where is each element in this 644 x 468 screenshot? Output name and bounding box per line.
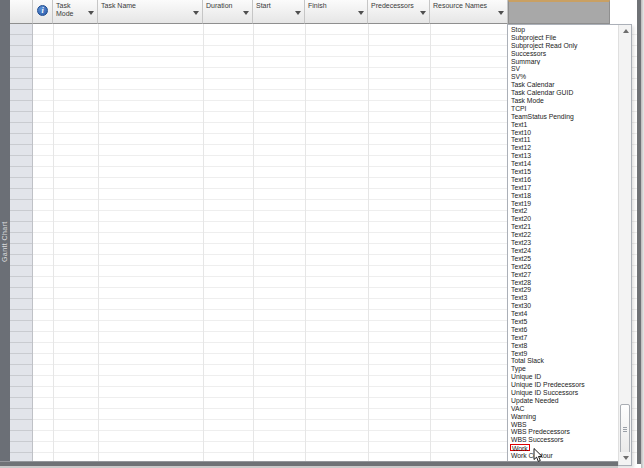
field-option[interactable]: Text1 — [508, 121, 618, 129]
chevron-down-icon[interactable] — [88, 11, 94, 15]
field-option[interactable]: Text9 — [508, 350, 618, 358]
view-label-strip[interactable]: Gantt Chart — [0, 0, 10, 461]
field-option[interactable]: Text16 — [508, 176, 618, 184]
field-option[interactable]: Task Calendar GUID — [508, 89, 618, 97]
field-option[interactable]: Text25 — [508, 255, 618, 263]
field-option-label: WBS — [511, 421, 526, 428]
field-option[interactable]: Stop — [508, 26, 618, 34]
field-option[interactable]: Text12 — [508, 144, 618, 152]
column-header-indicators[interactable]: i — [33, 0, 53, 24]
field-option[interactable]: Unique ID Successors — [508, 389, 618, 397]
field-option-label: Text4 — [511, 310, 527, 317]
field-option-label: Text14 — [511, 160, 531, 167]
field-option[interactable]: Text5 — [508, 318, 618, 326]
chevron-down-icon[interactable] — [243, 11, 249, 15]
field-option[interactable]: Text30 — [508, 302, 618, 310]
column-header-finish[interactable]: Finish — [305, 0, 368, 24]
field-option[interactable]: Unique ID Predecessors — [508, 381, 618, 389]
scroll-up-button[interactable] — [620, 25, 631, 37]
field-option[interactable]: Text8 — [508, 342, 618, 350]
chevron-down-icon[interactable] — [420, 11, 426, 15]
field-option[interactable]: WBS — [508, 421, 618, 429]
grid-column-line — [53, 24, 54, 461]
field-option[interactable]: Text6 — [508, 326, 618, 334]
dropdown-scrollbar[interactable] — [618, 25, 631, 465]
column-header-label: Start — [256, 2, 301, 10]
field-option[interactable]: Text28 — [508, 279, 618, 287]
chevron-down-icon[interactable] — [498, 11, 504, 15]
field-option[interactable]: Text20 — [508, 215, 618, 223]
field-option-label: Text8 — [511, 342, 527, 349]
field-option-label: Subproject Read Only — [511, 42, 578, 49]
field-option[interactable]: Type — [508, 365, 618, 373]
field-option-label: VAC — [511, 405, 524, 412]
field-option[interactable]: Update Needed — [508, 397, 618, 405]
field-option[interactable]: Subproject Read Only — [508, 42, 618, 50]
grid-column-line — [98, 24, 99, 461]
field-option[interactable]: Text13 — [508, 152, 618, 160]
field-option[interactable]: Text14 — [508, 160, 618, 168]
field-option[interactable]: Text7 — [508, 334, 618, 342]
chevron-down-icon[interactable] — [193, 11, 199, 15]
field-option-label: Work — [510, 444, 530, 451]
field-option[interactable]: Text24 — [508, 247, 618, 255]
field-option[interactable]: Text18 — [508, 192, 618, 200]
column-header-duration[interactable]: Duration — [203, 0, 253, 24]
scrollbar-thumb[interactable] — [620, 404, 630, 455]
field-option[interactable]: Work — [508, 444, 618, 452]
field-option[interactable]: Text21 — [508, 223, 618, 231]
column-header-label: Resource Names — [433, 2, 504, 10]
field-option[interactable]: VAC — [508, 405, 618, 413]
field-option[interactable]: SV% — [508, 73, 618, 81]
field-option[interactable]: Text26 — [508, 263, 618, 271]
field-name-list: Stop Subproject File Subproject Read Onl… — [508, 25, 618, 465]
field-option[interactable]: Text4 — [508, 310, 618, 318]
field-option[interactable]: Text15 — [508, 168, 618, 176]
chevron-down-icon[interactable] — [358, 11, 364, 15]
field-option[interactable]: Total Slack — [508, 357, 618, 365]
field-option-label: Work Contour — [511, 452, 553, 459]
field-option[interactable]: Text19 — [508, 200, 618, 208]
field-option[interactable]: Unique ID — [508, 373, 618, 381]
field-option-label: Update Needed — [511, 397, 559, 404]
field-option[interactable]: Successors — [508, 50, 618, 58]
field-option[interactable]: Text3 — [508, 294, 618, 302]
field-option[interactable]: Text22 — [508, 231, 618, 239]
row-header-column[interactable] — [10, 24, 33, 461]
field-option[interactable]: Text27 — [508, 271, 618, 279]
field-option-label: Text15 — [511, 168, 531, 175]
field-option[interactable]: WBS Successors — [508, 436, 618, 444]
field-option-label: Summary — [511, 58, 540, 65]
field-option-label: Warning — [511, 413, 536, 420]
mouse-cursor-icon — [533, 448, 544, 467]
field-option[interactable]: Task Calendar — [508, 81, 618, 89]
field-option[interactable]: Text11 — [508, 136, 618, 144]
field-option[interactable]: Task Mode — [508, 97, 618, 105]
field-option[interactable]: Text2 — [508, 207, 618, 215]
scroll-down-button[interactable] — [620, 452, 631, 464]
field-option[interactable]: Summary — [508, 58, 618, 66]
column-header-task-name[interactable]: Task Name — [98, 0, 203, 24]
field-option[interactable]: Text10 — [508, 129, 618, 137]
column-header-resource-names[interactable]: Resource Names — [430, 0, 508, 24]
field-option[interactable]: SV — [508, 65, 618, 73]
field-option[interactable]: Warning — [508, 413, 618, 421]
column-header-start[interactable]: Start — [253, 0, 305, 24]
field-option-label: Total Slack — [511, 357, 544, 364]
select-all-corner-cell[interactable] — [10, 0, 33, 24]
field-option[interactable]: Work Contour — [508, 452, 618, 460]
column-header-predecessors[interactable]: Predecessors — [368, 0, 430, 24]
field-option[interactable]: Text23 — [508, 239, 618, 247]
field-option-label: Text20 — [511, 215, 531, 222]
column-header-task-mode[interactable]: Task Mode — [53, 0, 98, 24]
field-option[interactable]: Text17 — [508, 184, 618, 192]
field-option[interactable]: Subproject File — [508, 34, 618, 42]
field-option-label: Text30 — [511, 302, 531, 309]
field-option[interactable]: TeamStatus Pending — [508, 113, 618, 121]
chevron-down-icon[interactable] — [295, 11, 301, 15]
field-option[interactable]: WBS Predecessors — [508, 428, 618, 436]
field-option[interactable]: Text29 — [508, 286, 618, 294]
field-option-label: Text28 — [511, 279, 531, 286]
field-option[interactable]: TCPI — [508, 105, 618, 113]
add-new-column-header-selected[interactable] — [508, 0, 610, 24]
